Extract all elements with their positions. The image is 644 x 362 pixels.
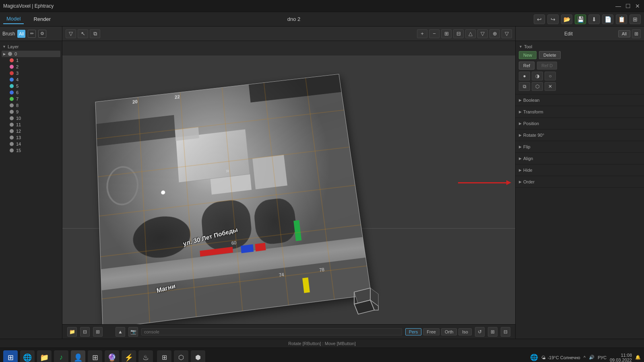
- layer-item-13[interactable]: 13: [2, 134, 60, 141]
- layer-item-6[interactable]: 6: [2, 89, 60, 96]
- taskbar-chrome[interactable]: 🌐: [20, 350, 35, 362]
- view-orth-button[interactable]: Orth: [441, 328, 457, 335]
- layer-item-0[interactable]: ▶0: [2, 51, 60, 57]
- grid-top-button[interactable]: ⊞: [441, 29, 452, 38]
- up-status-button[interactable]: ▲: [116, 327, 125, 337]
- brush-settings-button[interactable]: ⚙: [38, 30, 46, 38]
- shape-circle-button[interactable]: ●: [519, 72, 530, 80]
- layer-item-9[interactable]: 9: [2, 109, 60, 115]
- taskbar-ball[interactable]: ⬡: [174, 350, 188, 362]
- tool-section-header[interactable]: ▼ Tool: [519, 43, 641, 50]
- add-layer-button[interactable]: +: [417, 29, 427, 38]
- grid-button[interactable]: ⊞: [630, 14, 641, 24]
- layer-item-14[interactable]: 14: [2, 141, 60, 147]
- taskbar-store[interactable]: ⊞: [88, 350, 102, 362]
- flip-section-header[interactable]: ▶ Flip: [519, 144, 641, 150]
- taskbar-steam[interactable]: ♨: [138, 350, 153, 362]
- shape-cut-button[interactable]: ✕: [545, 82, 556, 91]
- viewport-select-button[interactable]: ⧉: [90, 29, 100, 38]
- shape-paste-button[interactable]: ⬡: [532, 82, 543, 91]
- console-input[interactable]: [141, 328, 402, 335]
- layer-item-1[interactable]: 1: [2, 57, 60, 64]
- taskbar-browser2[interactable]: 🔮: [105, 350, 119, 362]
- tool-delete-button[interactable]: Delete: [539, 51, 561, 59]
- square-status-button[interactable]: ⊟: [80, 327, 90, 337]
- open-button[interactable]: 📂: [561, 14, 572, 24]
- right-all-button[interactable]: All: [618, 30, 630, 37]
- layer-item-5[interactable]: 5: [2, 83, 60, 89]
- brush-all-button[interactable]: All: [17, 30, 25, 38]
- rotate90-section-header[interactable]: ▶ Rotate 90°: [519, 132, 641, 138]
- align-section-header[interactable]: ▶ Align: [519, 155, 641, 162]
- tool-ref-button[interactable]: Ref: [519, 62, 535, 70]
- boolean-section-header[interactable]: ▶ Boolean: [519, 97, 641, 103]
- copy-button[interactable]: 📋: [616, 14, 627, 24]
- hide-section-header[interactable]: ▶ Hide: [519, 167, 641, 173]
- shape-up-button[interactable]: △: [465, 29, 476, 38]
- transform-section-header[interactable]: ▶ Transform: [519, 109, 641, 115]
- taskbar-files[interactable]: 📁: [37, 350, 52, 362]
- tool-ref-d-button[interactable]: Ref D: [537, 62, 557, 70]
- tool-new-button[interactable]: New: [519, 51, 537, 59]
- taskbar-spotify[interactable]: ♪: [54, 350, 68, 362]
- notification-button[interactable]: 🔔: [635, 355, 641, 360]
- layer-item-10[interactable]: 10: [2, 115, 60, 121]
- order-section-header[interactable]: ▶ Order: [519, 179, 641, 185]
- view-pers-button[interactable]: Pers: [405, 328, 422, 335]
- shape-down-button[interactable]: ▽: [477, 29, 488, 38]
- taskbar-box[interactable]: ⬢: [191, 350, 205, 362]
- grid-side-button[interactable]: ⊟: [453, 29, 464, 38]
- minimize-button[interactable]: —: [615, 3, 621, 9]
- sys-tray: 🌐 🌤 -19°C Солнечно ^ 🔊 РУС 11:08 09.03.2…: [530, 353, 641, 362]
- shape-empty-circle-button[interactable]: ○: [545, 72, 556, 80]
- brush-pen-button[interactable]: ✏: [28, 30, 36, 38]
- layer-item-15[interactable]: 15: [2, 147, 60, 154]
- close-button[interactable]: ✕: [634, 3, 641, 9]
- layer-color-dot: [10, 116, 14, 120]
- layer-item-4[interactable]: 4: [2, 76, 60, 83]
- layer-number: 1: [16, 58, 19, 63]
- redo-button[interactable]: ↪: [547, 14, 559, 24]
- folder-status-button[interactable]: 📁: [67, 327, 77, 337]
- refresh-button[interactable]: ↺: [475, 327, 485, 337]
- transform-button[interactable]: ⊕: [489, 29, 500, 38]
- start-button[interactable]: ⊞: [3, 350, 18, 362]
- remove-layer-button[interactable]: −: [429, 29, 440, 38]
- layout-button[interactable]: ⊞: [488, 327, 497, 337]
- grid-num-74: 74: [279, 272, 284, 278]
- taskbar-grid[interactable]: ⊞: [157, 350, 171, 362]
- new-doc-button[interactable]: 📄: [602, 14, 613, 24]
- network-icon[interactable]: 🌐: [530, 354, 538, 361]
- undo-button[interactable]: ↩: [534, 14, 545, 24]
- viewport-cursor-button[interactable]: ↖: [78, 29, 88, 38]
- view-iso-button[interactable]: Iso: [458, 328, 472, 335]
- layer-item-11[interactable]: 11: [2, 121, 60, 128]
- menu-model[interactable]: Model: [3, 14, 24, 24]
- save-button[interactable]: 💾: [575, 14, 586, 24]
- layer-item-7[interactable]: 7: [2, 96, 60, 102]
- lang-indicator[interactable]: РУС: [598, 355, 607, 360]
- layer-item-12[interactable]: 12: [2, 128, 60, 134]
- taskbar-avatar[interactable]: 👤: [71, 350, 85, 362]
- taskbar-antivirus[interactable]: ⚡: [122, 350, 136, 362]
- volume-icon[interactable]: 🔊: [589, 355, 594, 360]
- tray-arrow[interactable]: ^: [584, 355, 586, 360]
- box-button[interactable]: ⊟: [501, 327, 510, 337]
- filter-button[interactable]: ▽: [502, 29, 512, 38]
- status-hint: Rotate [RButton] : Move [MButton]: [0, 339, 644, 348]
- shape-half-button[interactable]: ◑: [532, 72, 543, 80]
- layer-item-2[interactable]: 2: [2, 64, 60, 70]
- grid-status-button[interactable]: ⊞: [93, 327, 103, 337]
- viewport[interactable]: ул. 30 Лет Победы Магни 20 22 60 74 78 »: [62, 56, 515, 324]
- expand-right-button[interactable]: ⊞: [632, 29, 641, 38]
- view-free-button[interactable]: Free: [423, 328, 440, 335]
- camera-status-button[interactable]: 📷: [128, 327, 138, 337]
- menu-render[interactable]: Render: [30, 14, 54, 24]
- export-button[interactable]: ⬇: [588, 14, 600, 24]
- viewport-filter-button[interactable]: ▽: [66, 29, 76, 38]
- position-section-header[interactable]: ▶ Position: [519, 120, 641, 127]
- shape-copy-button[interactable]: ⧉: [519, 82, 530, 91]
- layer-item-8[interactable]: 8: [2, 102, 60, 109]
- layer-item-3[interactable]: 3: [2, 70, 60, 76]
- maximize-button[interactable]: ☐: [625, 3, 631, 9]
